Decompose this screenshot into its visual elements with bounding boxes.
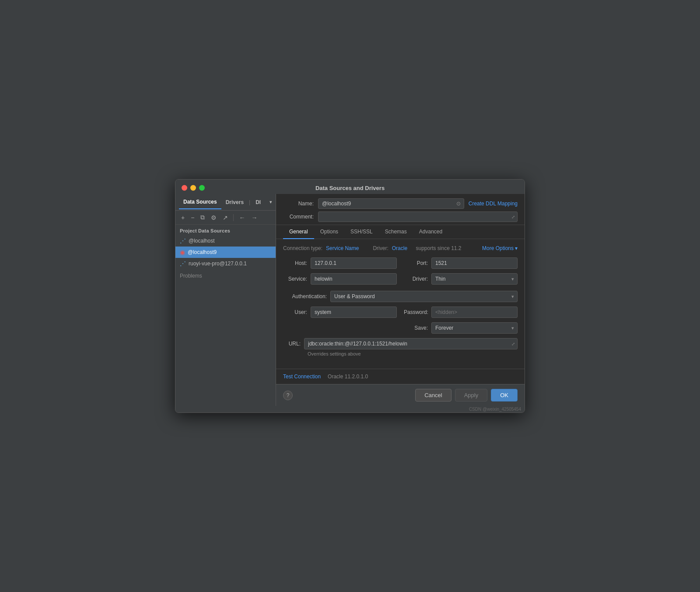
comment-wrap: ⤢ (318, 211, 518, 222)
minimize-button[interactable] (190, 185, 196, 190)
password-field: Password: (404, 307, 518, 318)
port-input[interactable] (431, 257, 518, 269)
tab-di[interactable]: DI (251, 196, 265, 209)
footer-buttons: ? Cancel Apply OK (276, 384, 525, 406)
driver-field-label: Driver: (404, 276, 428, 282)
tab-general[interactable]: General (283, 225, 314, 239)
connection-type-row: Connection type: Service Name Driver: Or… (283, 245, 518, 251)
dialog-title: Data Sources and Drivers (315, 185, 385, 191)
service-input[interactable] (311, 273, 397, 285)
tab-data-sources[interactable]: Data Sources (179, 195, 221, 209)
url-expand-icon: ⤢ (511, 342, 515, 346)
user-input[interactable] (311, 307, 397, 318)
bottom-bar: Test Connection Oracle 11.2.0.1.0 (276, 369, 525, 384)
port-field: Port: (404, 257, 518, 269)
main-form: Connection type: Service Name Driver: Or… (276, 239, 525, 369)
db-connector-icon-2: ⋰ (180, 260, 186, 267)
password-label: Password: (404, 309, 428, 315)
nav-back-button[interactable]: ← (237, 213, 247, 222)
copy-datasource-button[interactable]: ⧉ (198, 212, 207, 222)
right-panel: Name: ⊙ Create DDL Mapping Comment: ⤢ (276, 194, 525, 406)
tab-advanced[interactable]: Advanced (413, 225, 448, 239)
problems-label: Problems (180, 273, 202, 279)
service-field: Service: (283, 273, 397, 285)
auth-select-wrap: User & Password No auth OS Credentials (330, 291, 518, 302)
left-tabs: Data Sources Drivers | DI ▾ (175, 194, 276, 211)
tab-divider: | (248, 199, 251, 205)
password-input[interactable] (431, 307, 518, 318)
driver-value[interactable]: Oracle (392, 245, 407, 251)
driver-field: Driver: Thin OCI (404, 273, 518, 285)
create-ddl-link[interactable]: Create DDL Mapping (469, 201, 518, 207)
remove-datasource-button[interactable]: − (189, 213, 196, 222)
db-connector-icon: ⋰ (180, 237, 186, 244)
host-input[interactable] (311, 257, 397, 269)
tab-schemas[interactable]: Schemas (379, 225, 413, 239)
driver-since-text: supports since 11.2 (416, 245, 461, 251)
left-panel: Data Sources Drivers | DI ▾ + − ⧉ ⚙ ↗ ← … (175, 194, 276, 406)
problems-section: Problems (175, 269, 276, 282)
name-input[interactable] (318, 198, 464, 209)
user-pass-grid: User: Password: Save: Forever Until rest… (283, 307, 518, 334)
comment-label: Comment: (283, 214, 314, 220)
driver-label: Driver: (373, 245, 388, 251)
ok-button[interactable]: OK (491, 389, 518, 402)
settings-button[interactable]: ⚙ (209, 213, 219, 222)
right-header: Name: ⊙ Create DDL Mapping Comment: ⤢ (276, 194, 525, 225)
service-label: Service: (283, 276, 307, 282)
datasource-ruoyi-label: ruoyi-vue-pro@127.0.0.1 (189, 261, 247, 267)
clear-icon: ⊙ (456, 201, 461, 207)
help-button[interactable]: ? (283, 391, 293, 400)
cancel-button[interactable]: Cancel (415, 389, 451, 402)
title-bar: Data Sources and Drivers (175, 180, 525, 194)
save-select-wrap: Forever Until restart Never (431, 322, 518, 334)
more-options-button[interactable]: More Options ▾ (482, 245, 518, 251)
url-input-wrap: ⤢ (304, 338, 518, 349)
nav-forward-button[interactable]: → (249, 213, 259, 222)
oracle-version-text: Oracle 11.2.0.1.0 (328, 374, 368, 380)
tab-dropdown-arrow[interactable]: ▾ (270, 199, 272, 205)
project-data-sources-header: Project Data Sources (175, 225, 276, 235)
connection-type-value[interactable]: Service Name (326, 245, 359, 251)
connection-type-label: Connection type: (283, 245, 322, 251)
chevron-down-icon: ▾ (515, 245, 518, 251)
comment-row: Comment: ⤢ (283, 211, 518, 222)
url-row: URL: ⤢ (283, 338, 518, 349)
save-select[interactable]: Forever Until restart Never (431, 322, 518, 334)
driver-since (411, 245, 412, 251)
tabs-row: General Options SSH/SSL Schemas Advanced (276, 225, 525, 239)
datasource-localhost-label: @localhost (189, 238, 215, 244)
auth-label: Authentication: (283, 293, 327, 300)
list-item[interactable]: ⋰ ruoyi-vue-pro@127.0.0.1 (175, 258, 276, 269)
list-item[interactable]: ⋰ @localhost (175, 235, 276, 247)
comment-input[interactable] (318, 211, 518, 222)
save-field: Save: Forever Until restart Never (404, 322, 518, 334)
driver-select-wrap: Thin OCI (431, 273, 518, 285)
tab-ssh-ssl[interactable]: SSH/SSL (344, 225, 379, 239)
tab-drivers[interactable]: Drivers (221, 196, 248, 209)
list-item[interactable]: ◉ @localhost9 (175, 247, 276, 258)
host-label: Host: (283, 260, 307, 266)
dialog-body: Data Sources Drivers | DI ▾ + − ⧉ ⚙ ↗ ← … (175, 194, 525, 406)
maximize-button[interactable] (199, 185, 205, 190)
driver-select[interactable]: Thin OCI (431, 273, 518, 285)
dialog: Data Sources and Drivers Data Sources Dr… (175, 179, 525, 413)
tab-options[interactable]: Options (314, 225, 344, 239)
user-field: User: (283, 307, 397, 318)
name-input-wrap: ⊙ (318, 198, 464, 209)
watermark: CSDN @weixin_42505454 (175, 406, 525, 412)
add-datasource-button[interactable]: + (179, 213, 187, 222)
save-label: Save: (404, 325, 428, 331)
expand-icon: ⤢ (511, 215, 515, 219)
user-label: User: (283, 309, 307, 315)
toolbar-separator (233, 214, 234, 221)
auth-select[interactable]: User & Password No auth OS Credentials (330, 291, 518, 302)
url-input[interactable] (304, 338, 518, 349)
test-connection-button[interactable]: Test Connection (283, 374, 321, 380)
apply-button[interactable]: Apply (455, 389, 488, 402)
open-editor-button[interactable]: ↗ (220, 213, 230, 222)
port-label: Port: (404, 260, 428, 266)
left-toolbar: + − ⧉ ⚙ ↗ ← → (175, 211, 276, 225)
db-oracle-icon: ◉ (180, 249, 185, 256)
close-button[interactable] (182, 185, 187, 190)
